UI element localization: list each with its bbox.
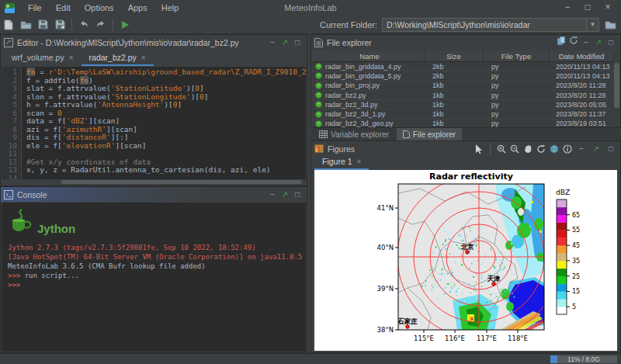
x-axis: 115°E116°E117°E118°E (414, 330, 528, 342)
menu-help[interactable]: Help (154, 0, 186, 16)
save-as-icon[interactable] (51, 18, 68, 32)
figure-title: Radar reflectivity (429, 172, 513, 182)
current-folder-value[interactable]: D:\Working\MIScript\Jython\mis\io\radar (383, 20, 586, 29)
svg-text:38°N: 38°N (377, 326, 394, 334)
console-line: MeteoInfoLab 3.6.5 (CMA Bufr lookup file… (8, 262, 306, 271)
city-label: 北京 (460, 243, 475, 251)
editor-tab-row: wrf_volume.py×radar_bz2.py× (1, 50, 307, 66)
svg-text:41°N: 41°N (377, 204, 394, 212)
figure-tab-row: Figure 1 × (311, 156, 620, 170)
menu-edit[interactable]: Edit (49, 0, 78, 16)
close-icon[interactable]: × (141, 54, 146, 62)
close-icon[interactable]: × (69, 54, 74, 62)
copy-path-icon[interactable] (555, 36, 567, 49)
terminal-icon (4, 190, 13, 199)
menu-options[interactable]: Options (78, 0, 121, 16)
open-folder-icon[interactable] (17, 18, 34, 32)
table-row[interactable]: radar_bin_griddata_4.py2kbpy2020/11/13 0… (312, 62, 614, 71)
city-label: 石家庄 (397, 317, 418, 325)
zoom-out-icon[interactable] (509, 144, 520, 154)
tab-variable-explorer[interactable]: Variable explorer (313, 128, 395, 140)
redo-icon[interactable] (92, 18, 109, 32)
console-output[interactable]: Jython Jython 2.7.3 (tags/v2.7.3:5f29801… (2, 203, 306, 352)
svg-text:118°E: 118°E (508, 335, 528, 342)
panel-maximize-icon[interactable]: □ (605, 143, 617, 155)
info-icon[interactable] (562, 144, 573, 154)
table-row[interactable]: radar_bz2_3d_1.py1kbpy2023/8/20 11:37 (312, 109, 614, 119)
code-line[interactable]: h = f.attrvalue('AntennaHeight')[0] (26, 101, 306, 109)
editor-tab-radar_bz2.py[interactable]: radar_bz2.py× (82, 50, 154, 66)
status-bar: 11% / 8.0G (0, 353, 621, 364)
editor-panel-header: Editor - D:\Working\MIScript\Jython\mis\… (1, 35, 307, 50)
file-table-header[interactable]: Name Size File Type Date Modified (312, 50, 614, 62)
progress-text: 11% / 8.0G (550, 355, 617, 363)
panel-minimize-icon[interactable]: − (580, 36, 592, 49)
file-explorer-title: File explorer (327, 38, 372, 47)
editor-tab-wrf_volume.py[interactable]: wrf_volume.py× (4, 50, 82, 66)
menu-apps[interactable]: Apps (121, 0, 154, 16)
window-maximize-button[interactable]: □ (578, 0, 598, 16)
table-row[interactable]: radar_bz2_3d_geo.py1kbpy2023/8/19 03:51 (312, 120, 614, 127)
table-row[interactable]: radar_bz2.py1kbpy2023/8/20 11:28 (312, 91, 614, 100)
column-header-name: Name (312, 50, 425, 61)
undo-icon[interactable] (75, 18, 92, 32)
editor-horizontal-scrollbar[interactable] (61, 180, 302, 184)
title-bar: FileEditOptionsAppsHelp MeteoInfoLab − □… (0, 0, 621, 16)
refresh-icon[interactable] (567, 36, 580, 49)
code-editor[interactable]: 1234567891011121314 fn = r'D:\Temp\LaSW\… (2, 67, 306, 179)
code-line[interactable]: ele = f['elevationR'][scan] (26, 142, 306, 151)
globe-icon[interactable] (549, 144, 560, 154)
column-header-type: File Type (484, 50, 550, 61)
code-line[interactable]: x, y, z = RadarUtil.antenna_to_cartesian… (26, 166, 306, 175)
save-icon[interactable] (34, 18, 51, 32)
table-row[interactable]: radar_bin_griddata_5.py2kbpy2020/11/13 0… (312, 71, 614, 81)
new-file-icon[interactable] (0, 18, 17, 32)
console-panel: Console − ↗ □ Jython Jython 2.7.3 (tags/… (0, 186, 307, 353)
browse-folder-icon[interactable] (602, 20, 618, 29)
rotate-icon[interactable] (536, 144, 546, 154)
code-line[interactable] (26, 175, 306, 180)
close-icon[interactable]: × (357, 158, 362, 166)
editor-panel: Editor - D:\Working\MIScript\Jython\mis\… (0, 34, 307, 186)
select-cursor-icon[interactable] (474, 144, 484, 154)
zoom-in-icon[interactable] (496, 144, 507, 154)
column-header-size: Size (425, 50, 484, 61)
city-marker (466, 251, 470, 255)
panel-float-icon[interactable]: ↗ (590, 143, 602, 155)
panel-minimize-icon[interactable]: − (266, 36, 279, 49)
explorer-tab-bar: Variable explorer File explorer (310, 128, 621, 140)
code-area[interactable]: fn = r'D:\Temp\LaSW\airship\ground_based… (22, 67, 306, 179)
file-explorer-header: File explorer − ↗ □ (311, 35, 620, 50)
editor-icon (4, 38, 13, 47)
panel-minimize-icon[interactable]: − (266, 189, 279, 201)
jython-logo-text: Jython (37, 222, 75, 235)
run-script-icon[interactable] (116, 18, 134, 32)
panel-maximize-icon[interactable]: □ (291, 36, 304, 49)
panel-maximize-icon[interactable]: □ (605, 36, 617, 49)
console-title: Console (17, 190, 47, 199)
panel-minimize-icon[interactable]: − (575, 143, 588, 155)
window-close-button[interactable]: × (598, 0, 618, 16)
chevron-down-icon[interactable]: ▼ (586, 19, 598, 31)
window-minimize-button[interactable]: − (557, 0, 578, 16)
table-row[interactable]: radar_bz2_3d.py1kbpy2023/8/20 05:05 (312, 100, 614, 109)
current-folder-combo[interactable]: D:\Working\MIScript\Jython\mis\io\radar … (382, 18, 599, 32)
figure-canvas[interactable]: Radar reflectivity (314, 170, 617, 351)
table-row[interactable]: radar_bin_proj.py1kbpy2023/8/20 11:28 (312, 81, 614, 91)
file-table-vertical-scrollbar[interactable] (614, 63, 619, 108)
svg-text:39°N: 39°N (377, 285, 394, 293)
city-marker (492, 283, 496, 286)
editor-title: Editor - D:\Working\MIScript\Jython\mis\… (17, 38, 239, 47)
menu-file[interactable]: File (21, 0, 49, 16)
pan-hand-icon[interactable] (522, 144, 533, 154)
panel-maximize-icon[interactable]: □ (291, 189, 304, 201)
panel-float-icon[interactable]: ↗ (279, 36, 291, 49)
tab-figure-1[interactable]: Figure 1 × (314, 154, 369, 170)
console-panel-header: Console − ↗ □ (1, 187, 307, 202)
tab-label: radar_bz2.py (89, 53, 137, 62)
svg-text:25: 25 (572, 273, 580, 280)
panel-float-icon[interactable]: ↗ (592, 36, 605, 49)
tab-file-explorer[interactable]: File explorer (397, 128, 462, 140)
panel-float-icon[interactable]: ↗ (279, 189, 291, 201)
tab-label: Figure 1 (322, 157, 352, 166)
